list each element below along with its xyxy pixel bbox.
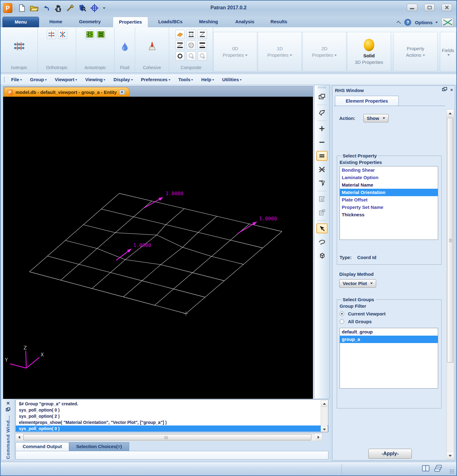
menu-group[interactable]: Group [30,77,47,82]
command-line[interactable]: sys_poll_option( 2 ) [16,413,328,419]
list-item[interactable]: default_group [340,328,438,336]
tile-windows-icon[interactable] [422,465,430,473]
command-line[interactable]: sys_poll_option( 0 ) [16,407,328,413]
rhs-scrollbar[interactable] [446,109,454,460]
select-arrow-icon[interactable] [316,223,327,233]
float-panel-icon[interactable] [442,87,447,92]
orthotropic-2d-icon[interactable] [47,30,56,39]
close-button[interactable] [442,4,452,11]
composite-ply-icon[interactable] [198,30,207,39]
close-panel-icon[interactable]: × [450,87,453,92]
lasso-icon[interactable] [316,237,327,247]
existing-properties-list[interactable]: Bonding Shear Laminate Option Material N… [340,166,438,240]
viewport-tab[interactable]: P model.db - default_viewport - group_a … [4,87,130,97]
float-command-icon[interactable] [6,407,11,412]
action-select[interactable]: Show [363,114,389,122]
list-item[interactable]: Thickness [340,211,438,218]
close-command-icon[interactable]: ✕ [6,401,11,406]
list-item[interactable]: Property Set Name [340,204,438,211]
scroll-up-icon[interactable] [321,401,328,407]
composite-core-icon[interactable] [198,41,207,50]
scroll-thumb[interactable] [447,118,453,363]
deselect-cross-icon[interactable] [316,165,327,174]
tab-loads-bcs[interactable]: Loads/BCs [152,17,188,27]
scroll-down-icon[interactable] [321,426,328,432]
group-cohesive[interactable]: Cohesive [135,27,169,73]
tab-home[interactable]: Home [40,17,71,27]
options-button[interactable]: Options [415,20,438,25]
resize-grip[interactable] [450,469,455,474]
orthotropic-3d-icon[interactable] [58,30,67,39]
tab-command-output[interactable]: Command Output [15,442,69,451]
0d-properties-button[interactable]: 0D Properties [213,32,257,71]
groups-list[interactable]: default_group group_a [340,328,438,389]
tab-menu[interactable]: Menu [2,17,39,27]
tab-element-properties[interactable]: Element Properties [335,96,399,106]
command-line[interactable]: $# Group "group_a" created. [16,401,328,407]
output-scrollbar[interactable] [321,400,327,432]
cascade-windows-icon[interactable] [434,465,443,473]
viewport-copy-icon[interactable] [316,92,327,102]
composite-tool2-icon[interactable] [198,51,207,61]
composite-gear-icon[interactable] [175,51,185,61]
menu-grip[interactable] [4,77,5,83]
tab-selection-choices[interactable]: Selection Choices(=) [69,442,129,451]
scroll-down-icon[interactable] [447,452,454,459]
polygon-pick-icon[interactable] [316,108,327,118]
group-composite[interactable]: Composite [169,27,213,73]
zoom-in-icon[interactable] [316,124,327,134]
maximize-button[interactable] [424,4,435,11]
property-actions-button[interactable]: Property Actions [393,32,437,71]
composite-weave-icon[interactable] [187,41,196,50]
graphics-viewport[interactable]: 1.0000 1.0000 1.0000 Z X Y [3,97,313,399]
scroll-up-icon[interactable] [447,110,454,117]
scroll-thumb[interactable] [23,434,311,440]
list-item-selected[interactable]: group_a [340,336,438,343]
menu-file[interactable]: File [11,77,22,82]
command-line-selected[interactable]: sys_poll_option( 0 ) [16,425,328,432]
scroll-left-icon[interactable] [16,434,23,441]
composite-tool1-icon[interactable] [187,51,196,61]
anisotropic-2d-icon[interactable] [85,30,94,39]
menu-display[interactable]: Display [113,77,133,82]
command-input[interactable] [15,451,328,460]
tab-properties[interactable]: Properties [113,17,148,27]
fields-button[interactable]: Fields [440,32,456,71]
list-item[interactable]: Material Name [340,181,438,189]
list-properties-icon[interactable] [316,194,327,204]
menu-tools[interactable]: Tools [178,77,193,82]
tab-geometry[interactable]: Geometry [72,17,108,27]
viewport-close-icon[interactable]: ✕ [119,90,125,95]
minimize-button[interactable] [407,4,417,11]
solid-3d-properties-button[interactable]: Solid 3D Properties [347,32,391,71]
tab-meshing[interactable]: Meshing [191,17,226,27]
radio-all-groups[interactable]: All Groups [340,319,439,324]
tab-results[interactable]: Results [263,17,295,27]
equals-select-icon[interactable] [316,151,327,161]
group-anisotropic[interactable]: Anisotropic [76,27,115,73]
scroll-right-icon[interactable] [315,434,322,441]
tab-analysis[interactable]: Analysis [229,17,261,27]
menu-preferences[interactable]: Preferences [141,77,170,82]
composite-shear-icon[interactable] [175,41,185,50]
list-item[interactable]: Plate Offset [340,196,438,204]
menu-viewing[interactable]: Viewing [85,77,105,82]
command-line[interactable]: elementprops_show( "Material Orientation… [16,419,328,425]
pointer-filter-icon[interactable] [316,178,327,188]
output-hscrollbar[interactable] [15,434,322,441]
menu-viewport[interactable]: Viewport [55,77,77,82]
collapse-ribbon-icon[interactable] [397,21,401,25]
apply-button[interactable]: -Apply- [368,449,412,459]
command-output-box[interactable]: $# Group "group_a" created. sys_poll_opt… [15,399,328,432]
radio-icon[interactable] [340,319,344,324]
group-fluid[interactable]: Fluid [115,27,135,73]
menu-help[interactable]: Help [201,77,214,82]
composite-sphere-icon[interactable] [187,30,196,39]
radio-icon[interactable] [340,311,344,316]
cube-select-icon[interactable] [316,251,327,261]
list-item[interactable]: Laminate Option [340,174,438,181]
anisotropic-3d-icon[interactable] [96,30,106,39]
group-isotropic[interactable]: Isotropic [1,27,38,73]
zoom-out-icon[interactable] [316,137,327,147]
menu-utilities[interactable]: Utilities [222,77,242,82]
